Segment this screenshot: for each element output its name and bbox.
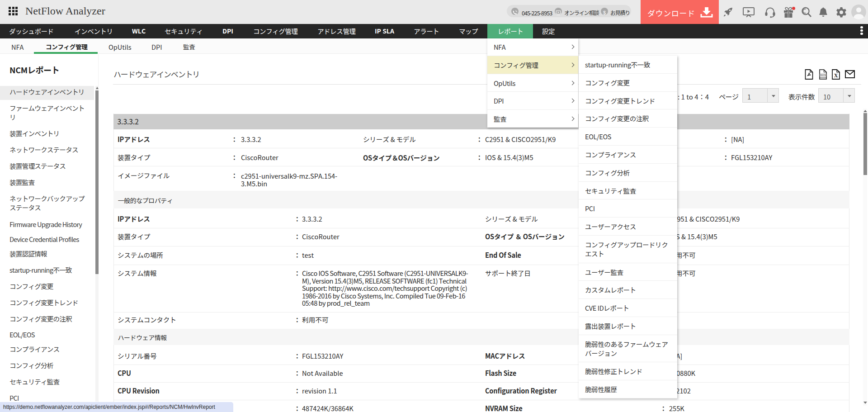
svg-text:X: X — [834, 72, 838, 79]
svg-text:CSV: CSV — [821, 74, 826, 76]
svg-text:$: $ — [603, 10, 606, 15]
